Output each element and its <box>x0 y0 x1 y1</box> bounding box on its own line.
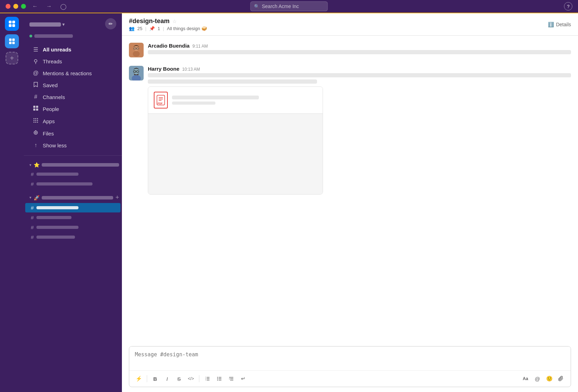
message-text-2a <box>148 73 571 77</box>
mention-button[interactable]: @ <box>532 373 543 384</box>
add-workspace-button[interactable]: + <box>6 52 18 64</box>
channel-item-3[interactable]: # <box>25 223 121 232</box>
apps-icon <box>32 118 39 125</box>
sidebar-item-people[interactable]: People <box>27 103 119 115</box>
starred-channel-2[interactable]: # <box>25 179 121 189</box>
italic-button[interactable]: I <box>162 373 172 384</box>
message-header-1: Arcadio Buendia 9:11 AM <box>148 43 571 49</box>
message-header-2: Harry Boone 10:13 AM <box>148 66 571 72</box>
search-input[interactable] <box>250 1 328 11</box>
icon-bar: + <box>0 13 24 392</box>
member-count: 25 <box>137 26 142 31</box>
workspace-icon-primary[interactable] <box>5 17 19 31</box>
help-button[interactable]: ? <box>564 2 572 10</box>
quote-button[interactable]: ↵ <box>238 373 248 384</box>
forward-button[interactable]: → <box>44 2 54 10</box>
input-area: ⚡ B I S </> 1 2 3 <box>122 343 578 392</box>
messages-area: Arcadio Buendia 9:11 AM <box>122 36 578 343</box>
back-button[interactable]: ← <box>30 2 40 10</box>
avatar-image-harry <box>129 66 144 80</box>
message-text-1 <box>148 50 571 54</box>
sidebar-item-threads[interactable]: ⚲ Threads <box>27 56 119 67</box>
svg-point-21 <box>34 131 37 134</box>
message-input[interactable] <box>129 346 571 369</box>
channel-hash-icon: # <box>31 224 34 230</box>
svg-text:PDF: PDF <box>158 102 163 105</box>
svg-point-17 <box>37 120 38 121</box>
channel-name-bar <box>36 226 78 229</box>
sidebar-item-apps[interactable]: Apps <box>27 115 119 127</box>
toolbar-right: Aa @ 🙂 <box>520 373 566 384</box>
people-label: People <box>43 106 59 112</box>
channel-item-4[interactable]: # <box>25 232 121 242</box>
channels-section: ▾ 🚀 + # # # # <box>24 190 122 244</box>
history-button[interactable]: ◯ <box>58 2 69 10</box>
code-button[interactable]: </> <box>186 373 196 384</box>
svg-point-49 <box>217 380 218 380</box>
input-toolbar: ⚡ B I S </> 1 2 3 <box>129 370 571 387</box>
svg-rect-3 <box>12 24 15 27</box>
show-less-icon: ↑ <box>32 142 39 148</box>
avatar-arcadio <box>129 43 144 57</box>
sidebar-item-show-less[interactable]: ↑ Show less <box>27 140 119 151</box>
sidebar-header: ▾ ✏ <box>24 13 122 34</box>
sidebar-item-mentions[interactable]: @ Mentions & reactions <box>27 68 119 79</box>
sender-name-1: Arcadio Buendia <box>148 43 190 49</box>
svg-point-47 <box>217 377 218 378</box>
compose-button[interactable]: ✏ <box>105 18 116 29</box>
starred-section-header[interactable]: ▾ ⭐ <box>24 160 122 169</box>
titlebar: ← → ◯ 🔍 ? <box>0 0 578 13</box>
strikethrough-button[interactable]: S <box>174 373 184 384</box>
add-channel-button[interactable]: + <box>115 194 119 201</box>
format-button[interactable]: Aa <box>520 373 531 384</box>
avatar-harry <box>129 66 144 80</box>
channel-item-active[interactable]: # <box>25 203 121 212</box>
rocket-icon: 🚀 <box>34 195 40 201</box>
message-body-1: Arcadio Buendia 9:11 AM <box>148 43 571 57</box>
maximize-button[interactable] <box>21 4 26 9</box>
workspace-icon-secondary[interactable] <box>5 34 19 48</box>
channel-star-icon[interactable]: ☆ <box>172 19 177 24</box>
ordered-list-button[interactable]: 1 2 3 <box>202 373 213 384</box>
sidebar-item-saved[interactable]: Saved <box>27 79 119 91</box>
sidebar-item-channels[interactable]: # Channels <box>27 91 119 103</box>
user-name-bar <box>34 34 73 38</box>
channel-name-row: #design-team ☆ <box>129 18 548 25</box>
workspace-logo-2 <box>8 38 15 45</box>
channel-name-bar <box>36 182 92 186</box>
emoji-button[interactable]: 🙂 <box>544 373 555 384</box>
channels-section-header[interactable]: ▾ 🚀 + <box>24 192 122 203</box>
file-name-bar <box>172 96 259 99</box>
svg-rect-7 <box>12 42 15 44</box>
channel-hash-icon: # <box>31 181 34 187</box>
lightning-button[interactable]: ⚡ <box>133 373 144 384</box>
channel-item-2[interactable]: # <box>25 213 121 222</box>
all-unreads-label: All unreads <box>43 47 71 52</box>
starred-channel-1[interactable]: # <box>25 169 121 179</box>
indent-button[interactable] <box>226 373 236 384</box>
channel-meta: 👥 25 | 📌 1 | All things design 🥪 <box>129 26 548 31</box>
sidebar-item-all-unreads[interactable]: ☰ All unreads <box>27 44 119 55</box>
file-attachment: PDF <box>148 86 323 195</box>
message-text-2b <box>148 79 317 84</box>
svg-rect-4 <box>9 38 12 41</box>
starred-chevron-icon: ▾ <box>29 163 32 167</box>
channels-label: Channels <box>43 94 65 100</box>
close-button[interactable] <box>6 4 11 9</box>
workspace-chevron-icon: ▾ <box>62 22 64 27</box>
bold-button[interactable]: B <box>150 373 160 384</box>
bullet-list-button[interactable] <box>214 373 225 384</box>
svg-point-22 <box>35 132 36 133</box>
minimize-button[interactable] <box>13 4 18 9</box>
details-button[interactable]: ℹ️ Details <box>548 22 571 27</box>
attach-button[interactable] <box>556 373 566 384</box>
channels-icon: # <box>32 94 39 100</box>
sidebar-item-files[interactable]: Files <box>27 127 119 139</box>
svg-point-31 <box>133 51 140 57</box>
message-body-2: Harry Boone 10:13 AM <box>148 66 571 195</box>
active-channel-name <box>36 206 78 209</box>
file-size-bar <box>172 102 215 105</box>
channel-hash-icon: # <box>31 205 34 211</box>
svg-point-12 <box>34 118 35 119</box>
info-icon: ℹ️ <box>548 22 554 27</box>
